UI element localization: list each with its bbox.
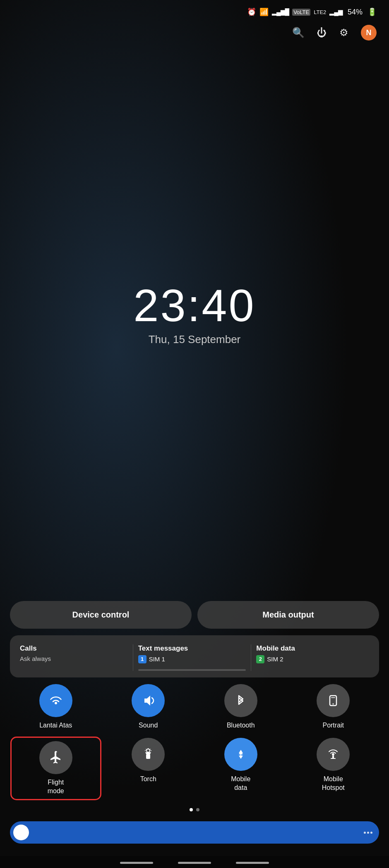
sim1-num: 1 — [138, 655, 146, 663]
sim-card: Calls Ask always Text messages 1 SIM 1 M… — [10, 635, 379, 677]
search-icon[interactable]: 🔍 — [292, 27, 305, 38]
toggle-mobiledata[interactable]: Mobiledata — [197, 738, 285, 799]
toggles-grid: Lantai Atas Sound Blu — [10, 684, 379, 799]
sound-circle — [132, 684, 165, 717]
battery-text: 54% — [348, 8, 363, 17]
sim2-text: SIM 2 — [267, 656, 283, 663]
brightness-handle[interactable] — [13, 825, 29, 840]
data-label: Mobile data — [256, 644, 364, 653]
calls-sub: Ask always — [20, 655, 128, 662]
sim1-text: SIM 1 — [149, 656, 165, 663]
portrait-circle — [317, 684, 350, 717]
toggle-flightmode[interactable]: Flightmode — [12, 738, 100, 799]
mobiledata-circle — [224, 738, 257, 771]
status-bar: ⏰ 📶 ▂▄▆█ VoLTE LTE2 ▂▄▆ 54% 🔋 — [0, 0, 389, 21]
wifi-circle — [39, 684, 72, 717]
clock-time: 23:40 — [133, 283, 255, 328]
svg-point-4 — [146, 749, 150, 752]
volte-icon: VoLTE — [292, 9, 310, 16]
signal-icon: ▂▄▆█ — [272, 8, 289, 16]
wifi-label: Lantai Atas — [39, 721, 72, 730]
flightmode-label: Flightmode — [48, 778, 64, 796]
page-dots — [10, 808, 379, 811]
signal2-icon: ▂▄▆ — [329, 8, 343, 16]
clock-area: 23:40 Thu, 15 September — [0, 45, 389, 601]
quick-icons-row: 🔍 ⏻ ⚙ N — [0, 21, 389, 45]
avatar-button[interactable]: N — [361, 25, 377, 41]
avatar-initial: N — [366, 29, 372, 37]
sim-texts-col: Text messages 1 SIM 1 — [133, 644, 252, 671]
portrait-label: Portrait — [322, 721, 344, 730]
svg-rect-2 — [331, 697, 335, 698]
nav-back[interactable] — [120, 862, 153, 864]
svg-line-7 — [146, 749, 147, 750]
brightness-bar[interactable] — [10, 821, 379, 844]
toggle-sound[interactable]: Sound — [104, 684, 193, 730]
brightness-menu[interactable] — [364, 832, 372, 834]
status-icons: ⏰ 📶 ▂▄▆█ VoLTE LTE2 ▂▄▆ — [247, 7, 343, 17]
power-icon[interactable]: ⏻ — [317, 27, 327, 38]
wifi-status-icon: 📶 — [259, 7, 269, 17]
sound-label: Sound — [139, 721, 158, 730]
toggle-wifi[interactable]: Lantai Atas — [12, 684, 100, 730]
dot-2 — [196, 808, 199, 811]
device-media-row: Device control Media output — [10, 601, 379, 629]
torch-circle — [132, 738, 165, 771]
dot-1 — [190, 808, 193, 811]
texts-label: Text messages — [138, 644, 246, 653]
sim-calls-col: Calls Ask always — [20, 644, 133, 671]
toggle-torch[interactable]: Torch — [104, 738, 193, 799]
nav-home[interactable] — [178, 862, 211, 864]
nav-recents[interactable] — [236, 862, 269, 864]
battery-icon: 🔋 — [367, 7, 377, 17]
clock-date: Thu, 15 September — [149, 333, 241, 346]
nav-bar — [0, 856, 389, 868]
torch-label: Torch — [140, 775, 156, 784]
svg-rect-3 — [146, 754, 150, 759]
calls-label: Calls — [20, 644, 128, 653]
sim2-badge: 2 SIM 2 — [256, 655, 364, 663]
hotspot-label: MobileHotspot — [322, 775, 345, 792]
svg-point-1 — [333, 703, 334, 704]
svg-rect-11 — [331, 758, 336, 759]
toggle-mobilehotspot[interactable]: MobileHotspot — [289, 738, 378, 799]
toggle-bluetooth[interactable]: Bluetooth — [197, 684, 285, 730]
settings-icon[interactable]: ⚙ — [339, 27, 348, 38]
bluetooth-label: Bluetooth — [227, 721, 255, 730]
sim2-num: 2 — [256, 655, 264, 663]
toggle-portrait[interactable]: Portrait — [289, 684, 378, 730]
device-control-button[interactable]: Device control — [10, 601, 192, 629]
mobiledata-label: Mobiledata — [231, 775, 250, 792]
sim-data-col: Mobile data 2 SIM 2 — [251, 644, 369, 671]
media-output-button[interactable]: Media output — [197, 601, 379, 629]
alarm-icon: ⏰ — [247, 7, 256, 17]
sim1-badge: 1 SIM 1 — [138, 655, 246, 663]
sim-progress-bar — [138, 669, 246, 671]
lte-icon: LTE2 — [314, 9, 326, 15]
flightmode-circle — [39, 741, 72, 774]
svg-line-6 — [150, 749, 151, 750]
bluetooth-circle — [224, 684, 257, 717]
hotspot-circle — [317, 738, 350, 771]
bottom-panel: Device control Media output Calls Ask al… — [0, 601, 389, 856]
